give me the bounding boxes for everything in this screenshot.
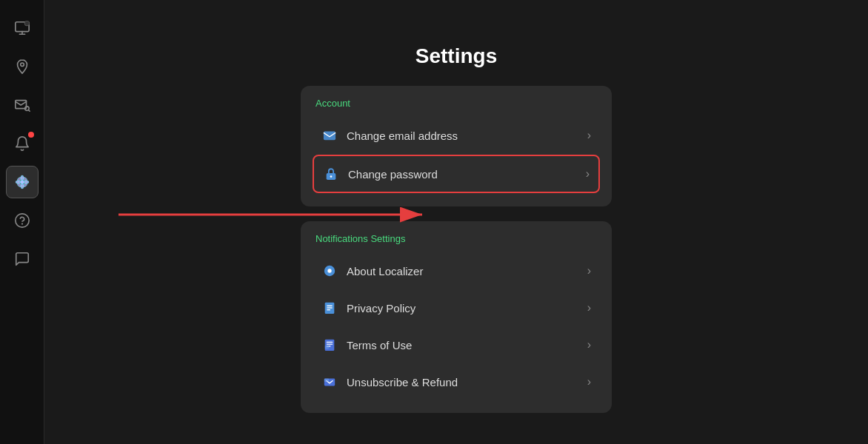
svg-rect-31 [324,379,329,383]
terms-icon [321,337,338,353]
settings-flower-icon [14,174,30,190]
svg-rect-19 [324,132,335,141]
notification-badge [28,132,34,138]
svg-rect-28 [325,340,335,351]
localizer-icon [321,263,338,279]
sidebar-item-location[interactable] [6,50,39,83]
change-password-chevron: › [586,167,590,181]
privacy-policy-chevron: › [587,301,591,314]
about-localizer-item[interactable]: About Localizer › [313,253,600,289]
sidebar-item-help[interactable] [6,204,39,237]
sidebar-item-settings[interactable] [6,166,39,198]
svg-point-3 [20,63,24,67]
monitor-icon [14,20,30,36]
about-localizer-chevron: › [587,264,591,278]
location-icon [14,58,30,75]
sidebar-item-notifications[interactable] [6,127,39,160]
sidebar-item-chat[interactable] [6,243,39,275]
svg-point-2 [24,21,28,25]
notifications-section-label: Notifications Settings [313,233,600,244]
account-section-label: Account [313,98,600,109]
terms-of-use-item[interactable]: Terms of Use › [313,327,600,363]
change-password-label: Change password [348,168,586,181]
privacy-policy-item[interactable]: Privacy Policy › [313,290,600,326]
unsubscribe-refund-chevron: › [587,375,591,388]
change-email-label: Change email address [347,130,587,142]
sidebar-item-mail-search[interactable] [6,89,39,121]
terms-of-use-chevron: › [587,338,591,352]
lock-icon [323,166,339,182]
svg-point-23 [327,269,331,272]
privacy-policy-label: Privacy Policy [347,302,587,314]
chat-icon [14,251,30,267]
settings-panel: Settings Account Change email address › [301,44,612,428]
change-email-item[interactable]: Change email address › [313,118,600,153]
svg-point-21 [330,175,333,178]
notifications-section: Notifications Settings About Localizer › [301,221,612,413]
mail-search-icon [14,97,30,113]
svg-point-15 [15,214,28,227]
terms-of-use-label: Terms of Use [347,339,587,352]
sidebar [0,0,44,444]
change-password-item[interactable]: Change password › [313,155,600,193]
svg-rect-29 [325,346,329,349]
unsubscribe-refund-label: Unsubscribe & Refund [347,376,587,388]
document-icon [321,300,338,316]
page-title: Settings [301,44,612,68]
bell-icon [14,135,30,152]
email-icon [321,127,338,144]
about-localizer-label: About Localizer [347,265,587,278]
help-icon [14,212,30,229]
main-content: Settings Account Change email address › [44,0,868,444]
account-section: Account Change email address › [301,86,612,206]
unsubscribe-refund-item[interactable]: Unsubscribe & Refund › [313,364,600,400]
change-email-chevron: › [587,129,591,142]
sidebar-item-monitor[interactable] [6,12,39,44]
unsubscribe-icon [321,374,338,390]
